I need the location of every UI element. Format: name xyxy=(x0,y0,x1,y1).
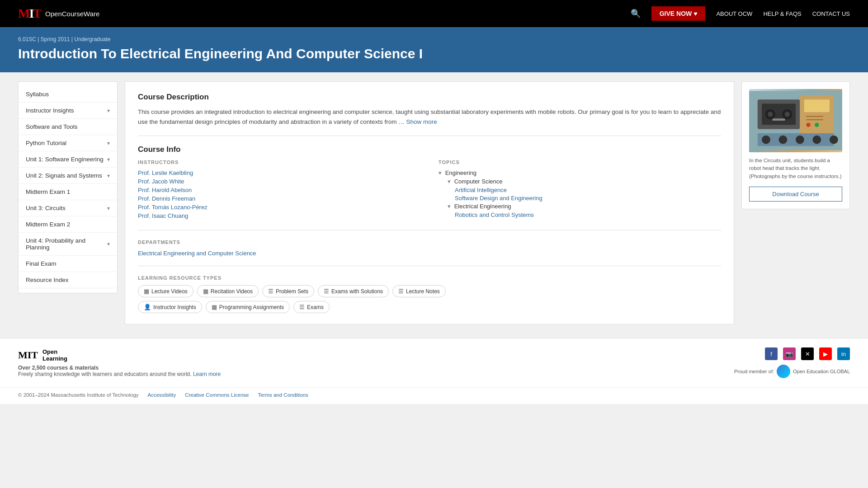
resource-tag-recitation-videos[interactable]: ▦ Recitation Videos xyxy=(197,285,259,297)
resource-tag-lecture-videos[interactable]: ▦ Lecture Videos xyxy=(138,285,193,297)
footer-mit-logo: MIT xyxy=(18,349,38,361)
course-meta: 6.01SC | Spring 2011 | Undergraduate xyxy=(18,36,850,42)
search-icon[interactable]: 🔍 xyxy=(631,9,641,19)
about-ocw-link[interactable]: ABOUT OCW xyxy=(716,10,752,17)
global-badge-icon xyxy=(777,365,790,378)
svg-point-13 xyxy=(815,123,819,127)
resource-tag-exams-solutions[interactable]: ☰ Exams with Solutions xyxy=(318,285,389,297)
doc-icon: ☰ xyxy=(324,288,329,295)
footer-right: f 📷 ✕ ▶ in Proud member of: Open Educati… xyxy=(734,347,850,378)
topic-link-ai[interactable]: Artificial Intelligence xyxy=(439,187,721,193)
learn-more-link[interactable]: Learn more xyxy=(193,371,221,377)
course-image xyxy=(749,89,842,152)
instructor-link-2[interactable]: Prof. Harold Abelson xyxy=(138,187,420,193)
footer-tagline: Over 2,500 courses & materials Freely sh… xyxy=(18,365,221,377)
resource-tags-row2: 👤 Instructor Insights ▦ Programming Assi… xyxy=(138,301,721,313)
copyright-text: © 2001–2024 Massachusetts Institute of T… xyxy=(18,392,139,398)
resource-tag-instructor-insights[interactable]: 👤 Instructor Insights xyxy=(138,301,202,313)
footer-bottom: © 2001–2024 Massachusetts Institute of T… xyxy=(0,387,868,404)
instagram-icon[interactable]: 📷 xyxy=(783,347,796,360)
course-info-grid: INSTRUCTORS Prof. Leslie Kaelbling Prof.… xyxy=(138,160,721,221)
image-caption: In the Circuits unit, students build a r… xyxy=(749,157,842,180)
chevron-icon: ▾ xyxy=(448,203,451,210)
sidebar-item-midterm-1[interactable]: Midterm Exam 1 xyxy=(19,184,117,200)
accessibility-link[interactable]: Accessibility xyxy=(148,392,176,398)
youtube-icon[interactable]: ▶ xyxy=(819,347,832,360)
footer-logo-row: MIT Open Learning xyxy=(18,348,221,362)
video-icon: ▦ xyxy=(203,288,208,295)
header-logo: MIT OpenCourseWare xyxy=(18,6,99,21)
instructors-column: INSTRUCTORS Prof. Leslie Kaelbling Prof.… xyxy=(138,160,420,221)
instructor-link-3[interactable]: Prof. Dennis Freeman xyxy=(138,195,420,202)
sidebar-item-resource-index[interactable]: Resource Index xyxy=(19,272,117,288)
doc-icon: ☰ xyxy=(268,288,274,295)
topic-link-robotics[interactable]: Robotics and Control Systems xyxy=(439,211,721,218)
footer-left: MIT Open Learning Over 2,500 courses & m… xyxy=(18,348,221,377)
instructor-link-1[interactable]: Prof. Jacob White xyxy=(138,178,420,185)
download-course-button[interactable]: Download Course xyxy=(749,187,842,202)
sidebar: Syllabus Instructor Insights ▾ Software … xyxy=(18,81,118,293)
topic-link-sde[interactable]: Software Design and Engineering xyxy=(439,195,721,202)
svg-point-16 xyxy=(779,136,788,144)
help-faqs-link[interactable]: HELP & FAQS xyxy=(763,10,801,17)
resource-tag-lecture-notes[interactable]: ☰ Lecture Notes xyxy=(392,285,446,297)
svg-point-5 xyxy=(768,112,773,117)
doc-icon: ☰ xyxy=(299,304,305,310)
svg-point-6 xyxy=(785,112,790,117)
topic-computer-science: ▾ Computer Science xyxy=(439,178,721,185)
learning-types-label: LEARNING RESOURCE TYPES xyxy=(138,275,721,281)
topics-label: TOPICS xyxy=(439,160,721,165)
sidebar-item-unit-circuits[interactable]: Unit 3: Circuits ▾ xyxy=(19,200,117,216)
chevron-down-icon: ▾ xyxy=(107,140,110,146)
header-nav: 🔍 GIVE NOW ♥ ABOUT OCW HELP & FAQS CONTA… xyxy=(631,6,850,21)
resource-tag-programming[interactable]: ▦ Programming Assignments xyxy=(206,301,290,313)
sidebar-item-midterm-2[interactable]: Midterm Exam 2 xyxy=(19,216,117,233)
chevron-down-icon: ▾ xyxy=(107,156,110,163)
svg-point-15 xyxy=(762,136,770,144)
give-now-button[interactable]: GIVE NOW ♥ xyxy=(651,6,706,21)
sidebar-item-instructor-insights[interactable]: Instructor Insights ▾ xyxy=(19,103,117,119)
x-twitter-icon[interactable]: ✕ xyxy=(801,347,814,360)
instructors-label: INSTRUCTORS xyxy=(138,160,420,165)
svg-point-18 xyxy=(812,136,821,144)
contact-us-link[interactable]: CONTACT US xyxy=(812,10,850,17)
topic-electrical-eng: ▾ Electrical Engineering xyxy=(439,203,721,210)
social-icons: f 📷 ✕ ▶ in xyxy=(765,347,850,360)
sidebar-item-final-exam[interactable]: Final Exam xyxy=(19,256,117,272)
sidebar-item-unit-signals[interactable]: Unit 2: Signals and Systems ▾ xyxy=(19,168,117,184)
sidebar-item-syllabus[interactable]: Syllabus xyxy=(19,86,117,103)
main-layout: Syllabus Instructor Insights ▾ Software … xyxy=(0,72,868,333)
sidebar-item-python-tutorial[interactable]: Python Tutorial ▾ xyxy=(19,135,117,151)
sidebar-item-unit-prob[interactable]: Unit 4: Probability and Planning ▾ xyxy=(19,233,117,256)
terms-link[interactable]: Terms and Conditions xyxy=(258,392,308,398)
code-icon: ▦ xyxy=(212,304,217,310)
department-link[interactable]: Electrical Engineering and Computer Scie… xyxy=(138,250,256,257)
main-content: Course Description This course provides … xyxy=(125,81,734,324)
sidebar-item-unit-software-eng[interactable]: Unit 1: Software Engineering ▾ xyxy=(19,151,117,168)
mit-logo: MIT xyxy=(18,6,41,21)
resource-tag-problem-sets[interactable]: ☰ Problem Sets xyxy=(262,285,314,297)
person-icon: 👤 xyxy=(144,304,151,310)
chevron-down-icon: ▾ xyxy=(107,241,110,247)
svg-rect-7 xyxy=(773,118,785,121)
chevron-down-icon: ▾ xyxy=(107,173,110,179)
instructor-link-0[interactable]: Prof. Leslie Kaelbling xyxy=(138,169,420,176)
learning-resource-types-section: LEARNING RESOURCE TYPES ▦ Lecture Videos… xyxy=(138,275,721,313)
site-header: MIT OpenCourseWare 🔍 GIVE NOW ♥ ABOUT OC… xyxy=(0,0,868,27)
resource-tag-exams[interactable]: ☰ Exams xyxy=(293,301,330,313)
departments-label: DEPARTMENTS xyxy=(138,239,721,245)
cc-license-link[interactable]: Creative Commons License xyxy=(185,392,249,398)
linkedin-icon[interactable]: in xyxy=(837,347,850,360)
instructor-link-5[interactable]: Prof. Isaac Chuang xyxy=(138,212,420,219)
doc-icon: ☰ xyxy=(398,288,404,295)
course-banner: 6.01SC | Spring 2011 | Undergraduate Int… xyxy=(0,27,868,72)
sidebar-item-software-tools[interactable]: Software and Tools xyxy=(19,119,117,135)
course-title: Introduction To Electrical Engineering A… xyxy=(18,46,850,61)
course-info-title: Course Info xyxy=(138,145,721,154)
instructor-link-4[interactable]: Prof. Tomás Lozano-Pérez xyxy=(138,204,420,211)
chevron-icon: ▾ xyxy=(439,169,442,176)
show-more-link[interactable]: Show more xyxy=(406,118,437,125)
facebook-icon[interactable]: f xyxy=(765,347,778,360)
chevron-down-icon: ▾ xyxy=(107,108,110,114)
course-desc-text: This course provides an integrated intro… xyxy=(138,107,721,127)
